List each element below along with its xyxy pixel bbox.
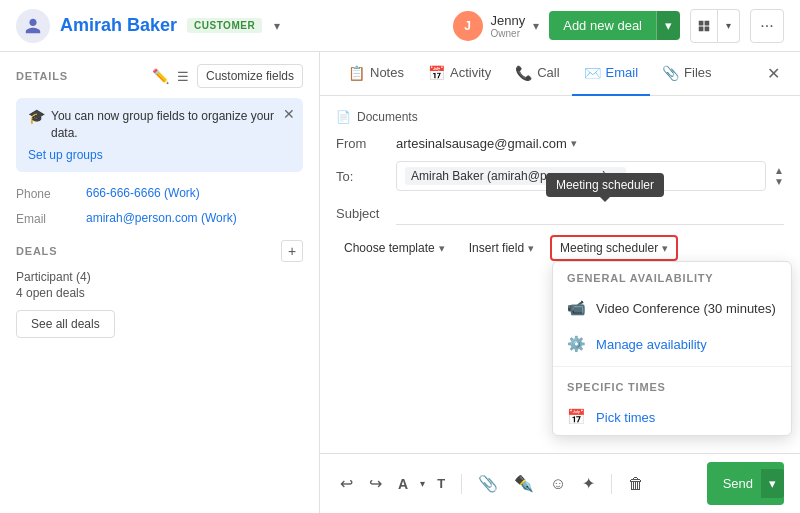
deals-section: DEALS + Participant (4) 4 open deals See… xyxy=(16,240,303,338)
tab-call-label: Call xyxy=(537,65,559,80)
email-label: Email xyxy=(16,211,86,226)
email-value[interactable]: amirah@person.com (Work) xyxy=(86,211,237,225)
notes-tab-icon: 📋 xyxy=(348,65,365,81)
send-dropdown-icon[interactable]: ▾ xyxy=(761,469,784,498)
tooltip-box: Meeting scheduler xyxy=(546,173,664,197)
tab-files[interactable]: 📎 Files xyxy=(650,52,723,96)
add-deal-button[interactable]: Add new deal xyxy=(549,11,656,40)
activity-tab-icon: 📅 xyxy=(428,65,445,81)
details-label: DETAILS xyxy=(16,70,144,82)
app-header: Amirah Baker CUSTOMER ▾ J Jenny Owner ▾ … xyxy=(0,0,800,52)
notification-close-button[interactable]: ✕ xyxy=(283,106,295,122)
font-dropdown-icon[interactable]: ▾ xyxy=(420,478,425,489)
subject-wrapper: Subject Meeting scheduler xyxy=(336,201,784,225)
tab-files-label: Files xyxy=(684,65,711,80)
font-icon[interactable]: A xyxy=(394,472,412,496)
meeting-scheduler-dropdown: GENERAL AVAILABILITY 📹 Video Conference … xyxy=(552,261,792,436)
notification-icon: 🎓 xyxy=(28,108,45,124)
left-panel: DETAILS ✏️ ☰ Customize fields 🎓 You can … xyxy=(0,52,320,513)
manage-availability-item[interactable]: ⚙️ Manage availability xyxy=(553,326,791,362)
delete-icon[interactable]: 🗑 xyxy=(624,471,648,497)
subject-input[interactable] xyxy=(396,201,784,225)
to-expand-button[interactable]: ▲▼ xyxy=(774,165,784,187)
subject-label: Subject xyxy=(336,206,396,221)
tab-call[interactable]: 📞 Call xyxy=(503,52,571,96)
add-deal-split-button[interactable]: ▾ xyxy=(656,11,680,40)
document-icon: 📄 xyxy=(336,110,351,124)
redo-icon[interactable]: ↪ xyxy=(365,470,386,497)
text-format-icon[interactable]: T xyxy=(433,472,449,495)
close-tab-button[interactable]: ✕ xyxy=(763,60,784,87)
notification-box: 🎓 You can now group fields to organize y… xyxy=(16,98,303,172)
phone-field-row: Phone 666-666-6666 (Work) xyxy=(16,186,303,201)
owner-avatar: J xyxy=(453,11,483,41)
email-content: 📄 Documents From artesinalsausage@gmail.… xyxy=(320,96,800,453)
emoji-icon[interactable]: ☺ xyxy=(546,471,570,497)
meeting-scheduler-dropdown-icon: ▾ xyxy=(662,242,668,255)
toolbar-separator-1 xyxy=(461,474,462,494)
contact-name: Amirah Baker xyxy=(60,15,177,36)
tab-activity[interactable]: 📅 Activity xyxy=(416,52,503,96)
details-header: DETAILS ✏️ ☰ Customize fields xyxy=(16,64,303,88)
tab-activity-label: Activity xyxy=(450,65,491,80)
dropdown-divider xyxy=(553,366,791,367)
edit-icon[interactable]: ✏️ xyxy=(152,68,169,84)
add-deal-wrapper: Add new deal ▾ xyxy=(549,11,680,40)
toolbar-row: Choose template ▾ Insert field ▾ Meeting… xyxy=(336,235,784,261)
grid-split-button[interactable]: ▾ xyxy=(718,9,740,43)
header-right: J Jenny Owner ▾ Add new deal ▾ ▾ ··· xyxy=(453,9,784,43)
send-wrapper: Send ▾ xyxy=(707,462,784,505)
header-left: Amirah Baker CUSTOMER ▾ xyxy=(16,9,453,43)
grid-view-button[interactable] xyxy=(690,9,718,43)
owner-role: Owner xyxy=(491,28,526,39)
video-conference-icon: 📹 xyxy=(567,299,586,317)
contact-dropdown-icon[interactable]: ▾ xyxy=(274,19,280,33)
insert-field-button[interactable]: Insert field ▾ xyxy=(461,237,542,259)
email-field-row: Email amirah@person.com (Work) xyxy=(16,211,303,226)
owner-info: Jenny Owner xyxy=(491,13,526,39)
phone-label: Phone xyxy=(16,186,86,201)
toolbar-separator-2 xyxy=(611,474,612,494)
choose-template-label: Choose template xyxy=(344,241,435,255)
add-deal-icon-button[interactable]: + xyxy=(281,240,303,262)
tooltip-text: Meeting scheduler xyxy=(556,178,654,192)
tab-notes-label: Notes xyxy=(370,65,404,80)
attachment-icon[interactable]: 📎 xyxy=(474,470,502,497)
from-row: From artesinalsausage@gmail.com ▾ xyxy=(336,136,784,151)
filter-icon[interactable]: ☰ xyxy=(177,69,189,84)
signature-icon[interactable]: ✒️ xyxy=(510,470,538,497)
from-dropdown-icon[interactable]: ▾ xyxy=(571,137,577,150)
meeting-scheduler-button[interactable]: Meeting scheduler ▾ GENERAL AVAILABILITY… xyxy=(550,235,678,261)
manage-availability-icon: ⚙️ xyxy=(567,335,586,353)
main-layout: DETAILS ✏️ ☰ Customize fields 🎓 You can … xyxy=(0,52,800,513)
insert-field-dropdown-icon: ▾ xyxy=(528,242,534,255)
video-conference-label: Video Conference (30 minutes) xyxy=(596,301,776,316)
phone-value[interactable]: 666-666-6666 (Work) xyxy=(86,186,200,200)
owner-dropdown-icon[interactable]: ▾ xyxy=(533,19,539,33)
tab-notes[interactable]: 📋 Notes xyxy=(336,52,416,96)
send-button[interactable]: Send ▾ xyxy=(707,462,784,505)
video-conference-item[interactable]: 📹 Video Conference (30 minutes) xyxy=(553,290,791,326)
participant-label: Participant (4) xyxy=(16,270,303,284)
open-deals-label: 4 open deals xyxy=(16,286,303,300)
more-format-icon[interactable]: ✦ xyxy=(578,470,599,497)
owner-section: J Jenny Owner ▾ xyxy=(453,11,540,41)
from-label: From xyxy=(336,136,396,151)
customize-fields-button[interactable]: Customize fields xyxy=(197,64,303,88)
general-availability-title: GENERAL AVAILABILITY xyxy=(553,262,791,290)
documents-section-title: 📄 Documents xyxy=(336,110,784,124)
choose-template-button[interactable]: Choose template ▾ xyxy=(336,237,453,259)
from-value: artesinalsausage@gmail.com ▾ xyxy=(396,136,577,151)
choose-template-dropdown-icon: ▾ xyxy=(439,242,445,255)
setup-groups-link[interactable]: Set up groups xyxy=(28,148,291,162)
pick-times-item[interactable]: 📅 Pick times xyxy=(553,399,791,435)
more-options-button[interactable]: ··· xyxy=(750,9,784,43)
tab-email[interactable]: ✉️ Email xyxy=(572,52,651,96)
notification-text: You can now group fields to organize you… xyxy=(51,108,291,142)
tabs-bar: 📋 Notes 📅 Activity 📞 Call ✉️ Email 📎 Fil… xyxy=(320,52,800,96)
see-all-deals-button[interactable]: See all deals xyxy=(16,310,115,338)
undo-icon[interactable]: ↩ xyxy=(336,470,357,497)
from-email: artesinalsausage@gmail.com xyxy=(396,136,567,151)
right-panel: 📋 Notes 📅 Activity 📞 Call ✉️ Email 📎 Fil… xyxy=(320,52,800,513)
manage-availability-label: Manage availability xyxy=(596,337,707,352)
